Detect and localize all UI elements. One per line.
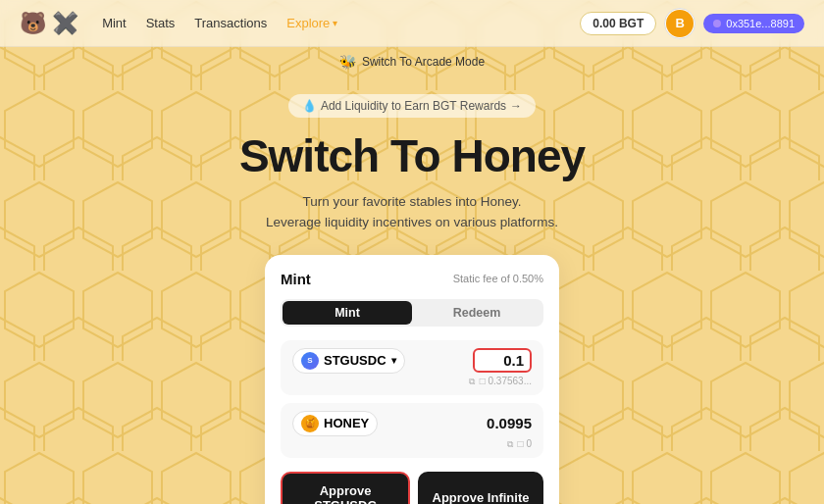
token-selector[interactable]: S STGUSDC ▾ (292, 348, 405, 374)
navbar: 🐻 ✖️ Mint Stats Transactions Explore ▾ 0… (0, 0, 824, 47)
arcade-banner-text: Switch To Arcade Mode (362, 55, 485, 69)
output-token-row-top: 🍯 HONEY 0.0995 (292, 411, 532, 436)
output-token-balance: ⧉ □ 0 (292, 438, 532, 450)
nav-links: Mint Stats Transactions Explore ▾ (102, 16, 580, 30)
page-title: Switch To Honey (239, 131, 585, 181)
nav-transactions-link[interactable]: Transactions (194, 16, 267, 30)
token-amount-input[interactable] (473, 348, 532, 373)
input-token-row: S STGUSDC ▾ ⧉ □ 0.37563... (281, 340, 543, 395)
nav-logo: 🐻 ✖️ (20, 11, 78, 36)
swap-card: Mint Static fee of 0.50% Mint Redeem S S… (265, 255, 559, 504)
reward-banner[interactable]: 💧 Add Liquidity to Earn BGT Rewards → (288, 94, 536, 118)
wallet-button[interactable]: 0x351e...8891 (703, 14, 804, 33)
output-token-symbol: HONEY (324, 416, 369, 430)
card-header: Mint Static fee of 0.50% (281, 271, 543, 287)
liquidity-icon: 💧 (302, 99, 317, 113)
nav-mint-link[interactable]: Mint (102, 16, 127, 30)
main-content: 💧 Add Liquidity to Earn BGT Rewards → Sw… (0, 76, 824, 504)
chevron-down-icon: ▾ (333, 18, 337, 28)
output-token-amount: 0.0995 (487, 415, 532, 431)
arrow-icon: → (510, 99, 522, 113)
stgusdc-icon: S (301, 352, 319, 370)
input-token-balance: ⧉ □ 0.37563... (292, 376, 532, 387)
input-token-row-top: S STGUSDC ▾ (292, 348, 532, 374)
arcade-banner[interactable]: 🐝 Switch To Arcade Mode (0, 47, 824, 76)
profile-icon-button[interactable]: B (664, 8, 695, 39)
action-buttons: Approve STGUSDC Approve Infinite (281, 472, 543, 504)
wallet-address: 0x351e...8891 (726, 18, 795, 29)
nav-explore-link[interactable]: Explore ▾ (286, 16, 337, 30)
bee-icon: 🐝 (339, 54, 356, 70)
logo-bear-icon: 🐻 ✖️ (20, 11, 78, 36)
bgt-logo: B (666, 10, 694, 37)
honey-icon: 🍯 (301, 415, 319, 432)
output-token-selector[interactable]: 🍯 HONEY (292, 411, 378, 436)
card-tabs: Mint Redeem (281, 299, 543, 327)
output-token-row: 🍯 HONEY 0.0995 ⧉ □ 0 (281, 403, 543, 458)
card-title: Mint (281, 271, 311, 287)
copy-icon-output: ⧉ (507, 439, 513, 449)
approve-stgusdc-button[interactable]: Approve STGUSDC (281, 472, 410, 504)
card-fee: Static fee of 0.50% (453, 273, 543, 284)
nav-right: 0.00 BGT B 0x351e...8891 (580, 8, 804, 39)
reward-banner-text: Add Liquidity to Earn BGT Rewards (321, 99, 506, 113)
bgt-balance-badge[interactable]: 0.00 BGT (580, 12, 656, 35)
tab-mint[interactable]: Mint (283, 301, 412, 325)
page-subtitle: Turn your favorite stables into Honey. L… (266, 191, 558, 233)
wallet-status-dot (713, 20, 721, 27)
input-token-symbol: STGUSDC (324, 353, 386, 368)
tab-redeem[interactable]: Redeem (412, 301, 541, 325)
approve-infinite-button[interactable]: Approve Infinite (418, 472, 543, 504)
nav-stats-link[interactable]: Stats (146, 16, 176, 30)
token-selector-chevron: ▾ (391, 355, 396, 366)
copy-icon: ⧉ (469, 377, 475, 386)
